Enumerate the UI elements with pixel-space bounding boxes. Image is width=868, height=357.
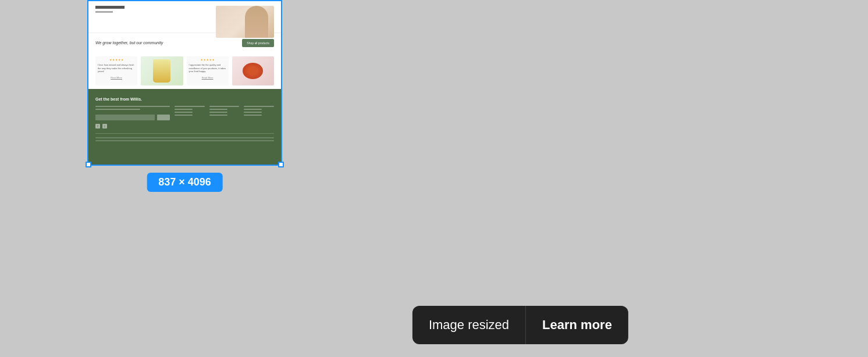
product-image-bowl: [232, 56, 274, 85]
product-desc-1: I love how natural and always fresh the …: [95, 62, 137, 74]
star-2: [112, 59, 115, 61]
bowl-decoration: [243, 63, 263, 79]
nav-line-2: [175, 109, 193, 110]
star-1: [109, 59, 112, 61]
disclaimer-line-2: [95, 140, 274, 141]
nav-line-7: [209, 112, 227, 113]
star-6: [201, 59, 203, 61]
footer-nav-col-2: [209, 106, 240, 128]
footer-nav-col-1: [175, 106, 205, 128]
footer-email-row: [95, 115, 170, 120]
mockup-content: We grow together, but our community Shop…: [88, 1, 281, 165]
mockup-hero-section: [88, 1, 281, 33]
facebook-icon: f: [95, 124, 100, 128]
footer-nav-columns: [175, 106, 274, 128]
nav-line-4: [175, 115, 193, 116]
star-5: [121, 59, 123, 61]
mockup-products-section: I love how natural and always fresh the …: [88, 53, 281, 89]
footer-grid: f t: [95, 106, 274, 128]
star-4: [118, 59, 120, 61]
product-link-2: Read More: [187, 74, 229, 81]
product-card-4: [232, 56, 274, 85]
nav-line-5: [209, 106, 240, 107]
disclaimer-line-1: [95, 137, 274, 138]
footer-heading: Get the best from Willis.: [95, 97, 274, 101]
star-3: [115, 59, 118, 61]
product-card-3: I appreciate the the quality and excelle…: [187, 56, 229, 85]
mockup-hero-image: [216, 6, 274, 38]
nav-line-3: [175, 112, 193, 113]
resize-handle-bottom-left[interactable]: [86, 162, 91, 167]
dimension-label: 837 × 4096: [147, 173, 223, 192]
footer-disclaimer: [95, 133, 274, 141]
footer-left-col: f t: [95, 106, 170, 128]
footer-line-1: [95, 106, 170, 107]
resize-handle-bottom-right[interactable]: [278, 162, 284, 167]
footer-nav-col-3: [244, 106, 274, 128]
footer-subscribe-btn: [157, 115, 170, 120]
nav-line-10: [244, 109, 262, 110]
nav-line-8: [209, 115, 227, 116]
drink-glass: [153, 59, 170, 83]
product-stars-2: [187, 56, 229, 62]
toast-message-text: Image resized: [412, 306, 525, 344]
logo-line-1: [95, 6, 124, 9]
star-9: [209, 59, 212, 61]
mockup-logo: [95, 6, 216, 13]
product-card-2: [141, 56, 183, 85]
mockup-footer: Get the best from Willis. f t: [88, 89, 281, 165]
nav-line-12: [244, 115, 262, 116]
product-card-1: I love how natural and always fresh the …: [95, 56, 137, 85]
mockup-tagline-text: We grow together, but our community: [95, 40, 163, 45]
footer-social-links: f t: [95, 124, 170, 128]
nav-line-9: [244, 106, 274, 107]
product-link-1: Read More: [95, 74, 137, 81]
footer-line-2: [95, 109, 140, 110]
star-8: [207, 59, 209, 61]
canvas-background: We grow together, but our community Shop…: [0, 0, 868, 357]
toast-action-button[interactable]: Learn more: [526, 306, 628, 344]
nav-line-6: [209, 109, 227, 110]
star-7: [204, 59, 206, 61]
twitter-icon: t: [102, 124, 107, 128]
star-10: [212, 59, 215, 61]
toast-notification: Image resized Learn more: [412, 306, 628, 344]
product-desc-2: I appreciate the the quality and excelle…: [187, 62, 229, 74]
logo-line-2: [95, 11, 113, 13]
nav-line-11: [244, 112, 262, 113]
selection-border: We grow together, but our community Shop…: [87, 0, 282, 166]
mockup-cta-button: Shop all products: [242, 39, 274, 47]
image-preview-container[interactable]: We grow together, but our community Shop…: [87, 0, 282, 166]
footer-email-input: [95, 115, 155, 120]
product-image-drinks: [141, 56, 183, 85]
product-stars-1: [95, 56, 137, 62]
arm-decoration: [245, 6, 268, 38]
nav-line-1: [175, 106, 205, 107]
